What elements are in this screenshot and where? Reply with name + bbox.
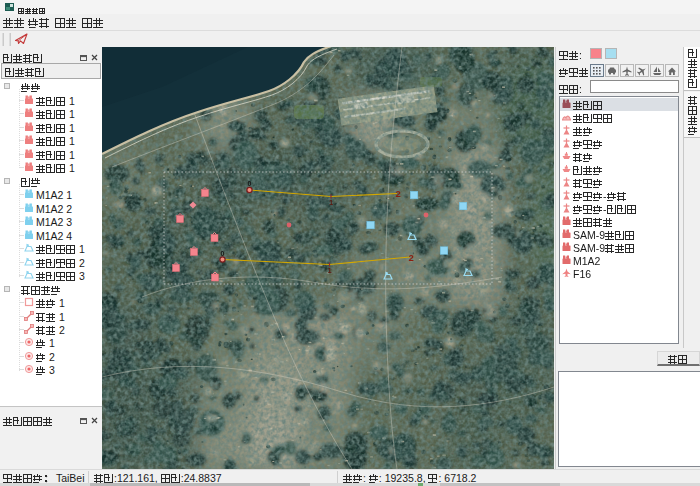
svg-text:2: 2: [396, 188, 401, 199]
svg-text:1: 1: [328, 266, 332, 275]
svg-text:2: 2: [409, 252, 414, 263]
svg-text:1: 1: [329, 198, 333, 207]
svg-text:0: 0: [248, 180, 252, 187]
svg-text:0: 0: [221, 250, 225, 257]
